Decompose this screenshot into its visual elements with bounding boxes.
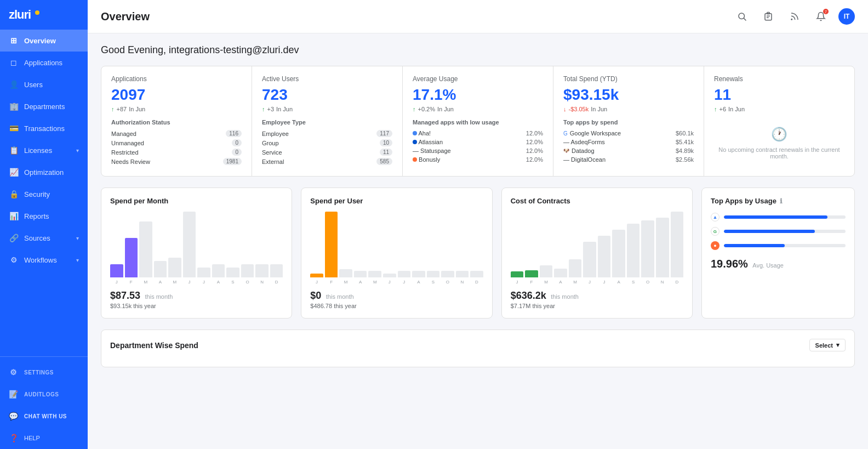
spend-per-user-bars [310, 212, 483, 277]
spend-per-month-bars [110, 212, 283, 277]
stats-row: Applications 2097 ↑ +87 In Jun Authoriza… [101, 66, 855, 177]
clock-icon: 🕐 [771, 127, 787, 142]
chart-bar [183, 212, 196, 277]
sidebar-item-users[interactable]: 👤 Users [0, 73, 88, 95]
dept-dropdown[interactable]: Select ▾ [809, 339, 846, 351]
greeting: Good Evening, integrations-testing@zluri… [101, 44, 855, 56]
logo-dot [35, 10, 39, 15]
sidebar-item-licenses[interactable]: 📋 Licenses ▾ [0, 139, 88, 161]
header-icons: 7 IT [733, 8, 855, 25]
stat-card-renewals: Renewals 11 ↑ +6 In Jun 🕐 No upcoming co… [704, 66, 854, 176]
info-icon: ℹ [780, 197, 783, 205]
sources-icon: 🔗 [9, 233, 19, 243]
header: Overview 7 IT [88, 0, 868, 33]
sidebar-item-workflows[interactable]: ⚙ Workflows ▾ [0, 249, 88, 271]
cost-of-contracts-bars [511, 212, 683, 277]
app-bar-fill-1 [724, 215, 827, 219]
chart-bar [368, 271, 381, 277]
sidebar-item-applications[interactable]: ◻ Applications [0, 52, 88, 73]
chart-bar [168, 258, 181, 277]
sidebar-item-transactions[interactable]: 💳 Transactions [0, 117, 88, 139]
spend-per-month-labels: JFMAMJJASOND [110, 280, 283, 285]
notification-button[interactable]: 7 [812, 8, 830, 25]
chart-bar [398, 271, 411, 277]
sidebar-item-security[interactable]: 🔒 Security [0, 183, 88, 205]
chart-spend-per-month: Spend per Month JFMAMJJASOND $87.53 this… [101, 187, 292, 319]
chart-bar [270, 264, 283, 277]
departments-icon: 🏢 [9, 101, 19, 111]
top-app-row-3: ● [711, 241, 846, 250]
security-icon: 🔒 [9, 189, 19, 199]
avatar[interactable]: IT [838, 8, 855, 25]
search-button[interactable] [733, 8, 751, 25]
svg-point-6 [791, 19, 792, 20]
users-icon: 👤 [9, 79, 19, 89]
chart-bar [456, 271, 469, 277]
chart-cost-of-contracts: Cost of Contracts JFMAMJJASOND $636.2k t… [501, 187, 693, 319]
sidebar-item-optimization[interactable]: 📈 Optimization [0, 161, 88, 183]
chart-bar [470, 271, 483, 277]
chart-bar [212, 264, 225, 277]
chart-bar [310, 274, 323, 278]
chart-bar [612, 230, 625, 277]
sidebar-item-chat[interactable]: 💬 CHAT WITH US [0, 405, 88, 427]
transactions-icon: 💳 [9, 123, 19, 133]
chart-bar [554, 269, 567, 277]
chart-bar [226, 268, 239, 277]
svg-point-0 [739, 13, 745, 19]
chart-bar [656, 218, 669, 277]
chart-bar [139, 221, 152, 277]
auditlogs-icon: 📝 [9, 389, 19, 399]
sidebar-item-departments[interactable]: 🏢 Departments [0, 95, 88, 117]
reports-icon: 📊 [9, 211, 19, 221]
app-icon-1: ▲ [711, 213, 719, 221]
top-app-row-2: G [711, 227, 846, 236]
sidebar-item-auditlogs[interactable]: 📝 AUDITLOGS [0, 383, 88, 405]
licenses-icon: 📋 [9, 145, 19, 155]
feed-button[interactable] [786, 8, 803, 25]
chart-bar [255, 264, 269, 277]
chart-spend-per-user: Spend per User JFMAMJJASOND $0 this mont… [301, 187, 492, 319]
chart-bar [540, 265, 553, 277]
chart-bar [241, 264, 254, 277]
notification-badge: 7 [823, 9, 829, 14]
chart-bar [125, 238, 138, 277]
chevron-down-icon: ▾ [76, 147, 79, 154]
applications-icon: ◻ [9, 58, 19, 67]
chart-bar [354, 271, 367, 277]
clipboard-button[interactable] [760, 8, 777, 25]
sidebar-item-help[interactable]: ❓ HELP [0, 427, 88, 449]
optimization-icon: 📈 [9, 167, 19, 177]
sidebar: zluri ⊞ Overview ◻ Applications 👤 Users … [0, 0, 88, 449]
chevron-down-icon: ▾ [76, 257, 79, 263]
main-content: Overview 7 IT Good Evening, integrations… [88, 0, 868, 449]
spend-per-user-labels: JFMAMJJASOND [310, 280, 483, 285]
chart-bar [339, 269, 352, 277]
chart-bar [412, 271, 425, 277]
chart-bar [325, 212, 338, 277]
sidebar-item-settings[interactable]: ⚙ SETTINGS [0, 361, 88, 383]
chart-bar [583, 242, 596, 277]
sidebar-divider [0, 356, 88, 357]
overview-icon: ⊞ [9, 36, 19, 46]
workflows-icon: ⚙ [9, 255, 19, 265]
stat-card-average-usage: Average Usage 17.1% ↑ +0.2% In Jun Manag… [403, 66, 553, 176]
sidebar-item-overview[interactable]: ⊞ Overview [0, 30, 88, 52]
sidebar-item-sources[interactable]: 🔗 Sources ▾ [0, 227, 88, 249]
chevron-down-icon: ▾ [76, 235, 79, 241]
chart-bar [154, 261, 167, 277]
chart-bar [441, 271, 454, 277]
top-apps-card: Top Apps by Usage ℹ ▲ G ● [701, 187, 855, 319]
logo[interactable]: zluri [0, 0, 88, 30]
chart-bar [383, 274, 396, 278]
chart-bar [110, 264, 123, 277]
chart-bar [511, 271, 524, 277]
sidebar-item-reports[interactable]: 📊 Reports [0, 205, 88, 227]
chart-bar [627, 224, 640, 277]
dept-spend-section: Department Wise Spend Select ▾ [101, 329, 855, 367]
chart-bar [197, 268, 210, 277]
chat-icon: 💬 [9, 411, 19, 421]
chart-bar [598, 236, 611, 277]
chart-bar [671, 212, 684, 277]
charts-row: Spend per Month JFMAMJJASOND $87.53 this… [101, 187, 855, 319]
